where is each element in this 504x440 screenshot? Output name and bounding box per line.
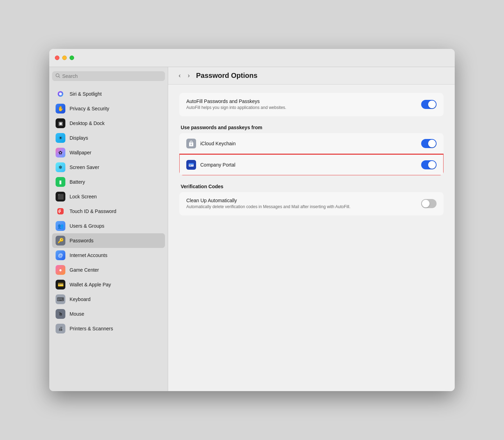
autofill-subtitle: AutoFill helps you sign into application… [186, 105, 417, 111]
search-input[interactable] [62, 73, 161, 79]
autofill-title: AutoFill Passwords and Passkeys [186, 98, 417, 104]
sidebar-item-mouse[interactable]: 🖱 Mouse [52, 307, 165, 321]
desktop-dock-icon: ▣ [56, 118, 65, 128]
sidebar-item-label: Privacy & Security [70, 106, 109, 111]
sidebar-item-wallpaper[interactable]: ✿ Wallpaper [52, 145, 165, 160]
printers-icon: 🖨 [56, 324, 65, 333]
maximize-button[interactable] [70, 56, 74, 60]
sidebar-item-label: Touch ID & Password [70, 208, 116, 214]
mouse-icon: 🖱 [56, 309, 65, 319]
sidebar-item-game-center[interactable]: ● Game Center [52, 263, 165, 277]
svg-rect-8 [189, 163, 194, 164]
company-portal-toggle-knob [428, 161, 436, 169]
company-portal-toggle-track [421, 160, 437, 169]
sidebar-item-label: Internet Accounts [70, 252, 107, 258]
passwords-section-label: Use passwords and passkeys from [179, 125, 444, 130]
sidebar-item-siri-spotlight[interactable]: Siri & Spotlight [52, 87, 165, 101]
passwords-from-card: iCloud Keychain [179, 133, 444, 175]
sidebar-item-battery[interactable]: ▮ Battery [52, 175, 165, 189]
cleanup-toggle-track [421, 199, 437, 208]
minimize-button[interactable] [62, 56, 67, 60]
autofill-row: AutoFill Passwords and Passkeys AutoFill… [179, 93, 444, 116]
sidebar-item-label: Siri & Spotlight [70, 91, 102, 97]
sidebar-item-desktop-dock[interactable]: ▣ Desktop & Dock [52, 116, 165, 131]
company-portal-row: Company Portal [179, 154, 444, 175]
sidebar-item-displays[interactable]: ☀ Displays [52, 131, 165, 145]
page-title: Password Options [196, 72, 258, 80]
sidebar-item-label: Wallet & Apple Pay [70, 282, 111, 287]
svg-line-1 [59, 76, 60, 78]
touch-id-icon [56, 206, 65, 216]
sidebar-item-passwords[interactable]: 🔑 Passwords [52, 233, 165, 248]
verification-section-label: Verification Codes [179, 184, 444, 189]
icloud-keychain-title: iCloud Keychain [200, 141, 417, 146]
main-content: ‹ › Password Options AutoFill Passwords … [168, 67, 455, 391]
cleanup-title: Clean Up Automatically [186, 198, 417, 203]
autofill-toggle-track [421, 100, 437, 109]
autofill-content: AutoFill Passwords and Passkeys AutoFill… [186, 98, 417, 111]
sidebar-item-label: Users & Groups [70, 223, 105, 229]
sidebar-item-wallet[interactable]: 💳 Wallet & Apple Pay [52, 277, 165, 292]
search-bar[interactable] [52, 71, 165, 81]
lock-screen-icon: ⬛ [56, 192, 65, 201]
sidebar-items: Siri & Spotlight ✋ Privacy & Security ▣ … [52, 87, 165, 336]
company-portal-toggle[interactable] [421, 160, 437, 169]
main-header: ‹ › Password Options [168, 67, 455, 85]
privacy-security-icon: ✋ [56, 104, 65, 113]
sidebar-item-printers[interactable]: 🖨 Printers & Scanners [52, 321, 165, 336]
sidebar-item-label: Lock Screen [70, 194, 97, 199]
sidebar-item-label: Displays [70, 135, 88, 141]
content-area: Siri & Spotlight ✋ Privacy & Security ▣ … [49, 67, 455, 391]
sidebar-item-touch-id[interactable]: Touch ID & Password [52, 204, 165, 219]
sidebar-item-keyboard[interactable]: ⌨ Keyboard [52, 292, 165, 307]
passwords-icon: 🔑 [56, 236, 65, 245]
sidebar-item-label: Desktop & Dock [70, 120, 105, 126]
keyboard-icon: ⌨ [56, 294, 65, 304]
cleanup-toggle[interactable] [421, 199, 437, 208]
sidebar-item-screen-saver[interactable]: ❄ Screen Saver [52, 160, 165, 175]
battery-icon: ▮ [56, 177, 65, 187]
sidebar-item-label: Wallpaper [70, 150, 92, 155]
sidebar-item-label: Passwords [70, 238, 93, 243]
sidebar-item-lock-screen[interactable]: ⬛ Lock Screen [52, 189, 165, 204]
title-bar [49, 49, 455, 67]
cleanup-subtitle: Automatically delete verification codes … [186, 204, 417, 210]
autofill-card: AutoFill Passwords and Passkeys AutoFill… [179, 93, 444, 116]
svg-rect-9 [189, 165, 191, 166]
keychain-icon [186, 139, 196, 148]
icloud-keychain-toggle[interactable] [421, 139, 437, 148]
svg-point-5 [60, 211, 61, 212]
sidebar-item-label: Game Center [70, 267, 99, 273]
icloud-keychain-content: iCloud Keychain [200, 141, 417, 146]
close-button[interactable] [55, 56, 59, 60]
sidebar-item-label: Mouse [70, 311, 84, 317]
company-portal-title: Company Portal [200, 162, 417, 168]
svg-rect-10 [191, 165, 193, 166]
screen-saver-icon: ❄ [56, 162, 65, 172]
cleanup-toggle-knob [422, 200, 430, 207]
users-groups-icon: 👥 [56, 221, 65, 231]
autofill-toggle-knob [428, 101, 436, 108]
autofill-toggle[interactable] [421, 100, 437, 109]
forward-button[interactable]: › [186, 71, 192, 80]
sidebar-item-users-groups[interactable]: 👥 Users & Groups [52, 219, 165, 233]
back-button[interactable]: ‹ [177, 71, 183, 80]
sidebar-item-privacy-security[interactable]: ✋ Privacy & Security [52, 101, 165, 116]
cleanup-row: Clean Up Automatically Automatically del… [179, 192, 444, 215]
sidebar-item-label: Printers & Scanners [70, 326, 113, 331]
company-portal-content: Company Portal [200, 162, 417, 168]
wallpaper-icon: ✿ [56, 148, 65, 157]
wallet-icon: 💳 [56, 280, 65, 289]
game-center-icon: ● [56, 265, 65, 275]
sidebar-item-internet-accounts[interactable]: @ Internet Accounts [52, 248, 165, 263]
settings-window: Siri & Spotlight ✋ Privacy & Security ▣ … [49, 49, 455, 391]
svg-point-3 [59, 93, 62, 95]
sidebar-item-label: Keyboard [70, 296, 91, 302]
traffic-lights [55, 56, 74, 60]
displays-icon: ☀ [56, 133, 65, 143]
internet-accounts-icon: @ [56, 250, 65, 260]
sidebar-item-label: Battery [70, 179, 85, 185]
icloud-keychain-toggle-knob [428, 140, 436, 147]
company-portal-icon [186, 160, 196, 170]
sidebar-item-label: Screen Saver [70, 164, 99, 170]
